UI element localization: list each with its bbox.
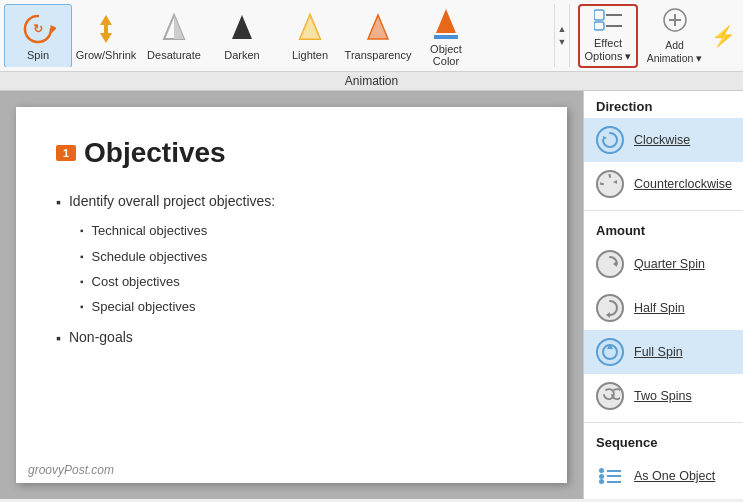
direction-section-title: Direction [584, 91, 743, 118]
toolbar: ↻ Spin Grow/Shrink [0, 0, 743, 72]
quarter-spin-icon [594, 248, 626, 280]
as-one-object-icon [594, 460, 626, 492]
effect-options-button[interactable]: Effect Options ▾ [578, 4, 638, 68]
add-animation-button[interactable]: Add Animation ▾ [642, 4, 707, 68]
spin-icon: ↻ [20, 11, 56, 47]
animation-label: Animation [345, 74, 398, 88]
svg-marker-22 [613, 180, 617, 184]
amount-sequence-divider [584, 422, 743, 423]
slide-subbullet-4: Special objectives [80, 295, 527, 318]
toolbar-right-buttons: Effect Options ▾ Add Animation ▾ ⚡ [570, 4, 743, 67]
transparency-icon [360, 11, 396, 47]
bullet1-text: Identify overall project objectives: [69, 189, 275, 214]
svg-marker-2 [100, 15, 112, 25]
half-spin-label: Half Spin [634, 301, 685, 315]
slide-number-badge: 1 [56, 145, 76, 161]
scroll-up-btn[interactable]: ▲ [556, 23, 569, 36]
quarter-spin-item[interactable]: Quarter Spin [584, 242, 743, 286]
grow-shrink-icon [88, 11, 124, 47]
full-spin-icon [594, 336, 626, 368]
object-color-icon [428, 5, 464, 41]
watermark: groovyPost.com [28, 463, 114, 477]
lighten-label: Lighten [292, 49, 328, 61]
counterclockwise-icon [594, 168, 626, 200]
svg-marker-7 [232, 15, 252, 39]
half-spin-icon [594, 292, 626, 324]
counterclockwise-item[interactable]: Counterclockwise [584, 162, 743, 206]
svg-rect-16 [594, 22, 604, 30]
animation-grow-shrink[interactable]: Grow/Shrink [72, 4, 140, 67]
bullet2-text: Non-goals [69, 325, 133, 350]
animation-object-color[interactable]: Object Color [412, 4, 480, 67]
effect-options-label: Effect Options ▾ [584, 37, 632, 63]
animation-label-bar: Animation [0, 72, 743, 91]
darken-icon [224, 11, 260, 47]
clockwise-label: Clockwise [634, 133, 690, 147]
svg-marker-6 [174, 15, 184, 39]
animation-spin[interactable]: ↻ Spin [4, 4, 72, 67]
direction-amount-divider [584, 210, 743, 211]
amount-section-title: Amount [584, 215, 743, 242]
sub-bullet-3-text: Cost objectives [92, 270, 180, 293]
lighten-icon [292, 11, 328, 47]
clockwise-item[interactable]: Clockwise [584, 118, 743, 162]
sub-bullet-1-text: Technical objectives [92, 219, 208, 242]
slide-subbullet-3: Cost objectives [80, 270, 527, 293]
slide-content: Identify overall project objectives: Tec… [56, 189, 527, 351]
full-spin-label: Full Spin [634, 345, 683, 359]
object-color-label: Object Color [416, 43, 476, 67]
transparency-label: Transparency [345, 49, 412, 61]
slide-title: 1 Objectives [56, 137, 527, 169]
svg-marker-9 [300, 15, 320, 39]
slide-area: 1 Objectives Identify overall project ob… [0, 91, 583, 499]
two-spins-item[interactable]: Two Spins [584, 374, 743, 418]
slide-subbullet-1: Technical objectives [80, 219, 527, 242]
lightning-icon: ⚡ [711, 24, 736, 48]
half-spin-item[interactable]: Half Spin [584, 286, 743, 330]
animation-desaturate[interactable]: Desaturate [140, 4, 208, 67]
two-spins-icon [594, 380, 626, 412]
svg-rect-4 [104, 25, 108, 33]
slide-bullet-2: Non-goals [56, 325, 527, 351]
spin-label: Spin [27, 49, 49, 61]
svg-marker-21 [603, 136, 607, 140]
two-spins-label: Two Spins [634, 389, 692, 403]
toolbar-scroll: ▲ ▼ [554, 4, 570, 67]
grow-shrink-label: Grow/Shrink [76, 49, 137, 61]
main-area: 1 Objectives Identify overall project ob… [0, 91, 743, 499]
svg-marker-23 [613, 261, 617, 267]
svg-marker-12 [436, 9, 456, 33]
add-animation-icon [660, 7, 690, 39]
as-one-object-item[interactable]: As One Object [584, 454, 743, 498]
animation-darken[interactable]: Darken [208, 4, 276, 67]
desaturate-label: Desaturate [147, 49, 201, 61]
slide-bullet-1: Identify overall project objectives: [56, 189, 527, 215]
animation-transparency[interactable]: Transparency [344, 4, 412, 67]
slide: 1 Objectives Identify overall project ob… [16, 107, 567, 483]
lightning-button[interactable]: ⚡ [711, 24, 735, 48]
sub-bullet-4-text: Special objectives [92, 295, 196, 318]
quarter-spin-label: Quarter Spin [634, 257, 705, 271]
sequence-section-title: Sequence [584, 427, 743, 454]
svg-rect-14 [594, 10, 604, 20]
effect-options-icon [594, 8, 622, 37]
sub-bullet-2-text: Schedule objectives [92, 245, 208, 268]
scroll-down-btn[interactable]: ▼ [556, 36, 569, 49]
svg-text:↻: ↻ [33, 22, 43, 36]
slide-title-text: Objectives [84, 137, 226, 169]
svg-marker-10 [368, 15, 388, 39]
animation-items: ↻ Spin Grow/Shrink [0, 4, 554, 67]
counterclockwise-label: Counterclockwise [634, 177, 732, 191]
darken-label: Darken [224, 49, 259, 61]
right-panel: Direction Clockwise [583, 91, 743, 499]
desaturate-icon [156, 11, 192, 47]
clockwise-icon [594, 124, 626, 156]
svg-marker-3 [100, 33, 112, 43]
add-animation-label: Add Animation ▾ [646, 39, 703, 64]
svg-rect-13 [434, 35, 458, 39]
animation-lighten[interactable]: Lighten [276, 4, 344, 67]
slide-subbullet-2: Schedule objectives [80, 245, 527, 268]
svg-marker-24 [606, 312, 610, 318]
as-one-object-label: As One Object [634, 469, 715, 483]
full-spin-item[interactable]: Full Spin [584, 330, 743, 374]
